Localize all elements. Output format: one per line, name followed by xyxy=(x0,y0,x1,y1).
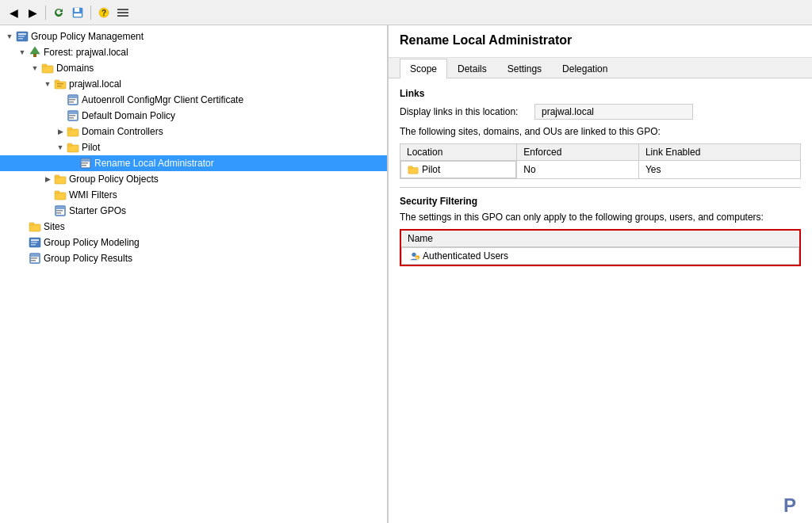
wmi-folder-icon xyxy=(54,189,67,201)
tree-item-sites[interactable]: Sites xyxy=(0,219,387,235)
help-button[interactable]: ? xyxy=(95,4,113,21)
svg-rect-41 xyxy=(56,207,64,209)
svg-rect-1 xyxy=(75,8,79,12)
gp-modeling-label: Group Policy Modeling xyxy=(44,237,140,248)
tab-settings[interactable]: Settings xyxy=(497,59,552,78)
expander-pilot[interactable]: ▼ xyxy=(54,141,67,154)
svg-rect-30 xyxy=(67,145,79,152)
svg-rect-18 xyxy=(57,83,63,85)
expander-prajwal[interactable]: ▼ xyxy=(41,78,54,90)
rename-admin-label: Rename Local Administrator xyxy=(94,158,214,169)
svg-rect-45 xyxy=(29,223,34,225)
wmi-filters-label: WMI Filters xyxy=(69,189,117,200)
security-row-auth-users[interactable]: ★ Authenticated Users xyxy=(400,247,800,266)
tree-item-rename-admin[interactable]: Rename Local Administrator xyxy=(0,155,387,171)
tree-item-domains[interactable]: ▼ Domains xyxy=(0,60,387,76)
right-title: Rename Local Administrator xyxy=(400,33,801,48)
tab-details[interactable]: Details xyxy=(447,59,497,78)
tree-item-autoenroll[interactable]: Autoenroll ConfigMgr Client Certificate xyxy=(0,92,387,108)
domains-folder-icon xyxy=(41,62,54,74)
scope-content: Links Display links in this location: pr… xyxy=(389,78,812,276)
auth-users-icon: ★ xyxy=(408,250,419,262)
links-cell-location: Pilot xyxy=(400,161,516,178)
save-icon xyxy=(71,6,84,19)
svg-rect-42 xyxy=(56,210,63,212)
svg-rect-44 xyxy=(29,224,40,231)
svg-rect-2 xyxy=(74,13,82,17)
svg-marker-12 xyxy=(30,47,40,54)
tree-item-starter-gpos[interactable]: Starter GPOs xyxy=(0,203,387,219)
save-button[interactable] xyxy=(69,4,86,21)
svg-rect-25 xyxy=(69,112,77,114)
tab-delegation[interactable]: Delegation xyxy=(552,59,618,78)
tree-item-domain-controllers[interactable]: ▶ Domain Controllers xyxy=(0,124,387,139)
tree-item-gp-results[interactable]: Group Policy Results xyxy=(0,250,387,266)
svg-rect-51 xyxy=(31,254,39,257)
watermark: P xyxy=(782,493,806,517)
security-section-title: Security Filtering xyxy=(400,196,801,207)
tree-item-prajwal-local[interactable]: ▼ prajwal.local xyxy=(0,76,387,92)
svg-rect-31 xyxy=(67,143,72,146)
gp-modeling-icon xyxy=(29,236,41,249)
svg-rect-38 xyxy=(55,193,66,200)
links-col-location: Location xyxy=(400,144,517,161)
security-info-text: The settings in this GPO can only apply … xyxy=(400,212,801,223)
domain-controllers-folder-icon xyxy=(67,125,79,138)
expander-domains[interactable]: ▼ xyxy=(29,62,41,74)
domain-icon xyxy=(54,78,67,90)
security-section: Security Filtering The settings in this … xyxy=(400,196,801,266)
svg-rect-9 xyxy=(18,33,26,35)
tree-item-forest[interactable]: ▼ Forest: prajwal.local xyxy=(0,44,387,60)
links-section-title: Links xyxy=(400,88,801,99)
tree-item-default-domain-policy[interactable]: Default Domain Policy xyxy=(0,108,387,124)
expander-gpm[interactable]: ▼ xyxy=(3,30,16,43)
display-links-value: prajwal.local xyxy=(534,104,693,120)
svg-rect-55 xyxy=(408,166,412,169)
svg-rect-21 xyxy=(69,96,77,98)
svg-rect-22 xyxy=(69,99,75,101)
svg-rect-16 xyxy=(55,82,66,89)
back-button[interactable]: ◀ xyxy=(5,4,22,21)
svg-rect-28 xyxy=(67,129,79,136)
gp-results-icon xyxy=(29,252,41,265)
default-domain-policy-icon xyxy=(67,109,79,122)
rename-admin-gpo-icon xyxy=(79,157,92,170)
links-info-text: The following sites, domains, and OUs ar… xyxy=(400,126,801,137)
tree-item-group-policy-objects[interactable]: ▶ Group Policy Objects xyxy=(0,171,387,187)
security-table: Name ★ Authe xyxy=(400,229,801,266)
refresh-button[interactable] xyxy=(50,4,67,21)
svg-rect-17 xyxy=(55,80,59,82)
svg-rect-54 xyxy=(408,167,418,174)
tree-item-gp-modeling[interactable]: Group Policy Modeling xyxy=(0,235,387,250)
starter-gpos-label: Starter GPOs xyxy=(69,205,126,216)
toolbar: ◀ ▶ ? xyxy=(0,0,812,25)
tree-item-wmi-filters[interactable]: WMI Filters xyxy=(0,187,387,203)
sites-folder-icon xyxy=(29,220,41,233)
svg-rect-11 xyxy=(18,38,23,40)
svg-rect-6 xyxy=(117,12,128,13)
tree-item-gpm-root[interactable]: ▼ Group Policy Management xyxy=(0,29,387,44)
sites-label: Sites xyxy=(44,221,65,232)
display-links-row: Display links in this location: prajwal.… xyxy=(400,104,801,120)
links-row-pilot[interactable]: Pilot No Yes xyxy=(400,161,801,179)
expander-dc[interactable]: ▶ xyxy=(54,125,67,138)
forward-button[interactable]: ▶ xyxy=(24,4,41,21)
svg-rect-47 xyxy=(31,239,39,241)
forest-label: Forest: prajwal.local xyxy=(44,47,128,58)
expander-gpo[interactable]: ▶ xyxy=(41,173,54,185)
gpo-folder-icon xyxy=(54,173,67,185)
right-header: Rename Local Administrator xyxy=(389,25,812,58)
svg-rect-35 xyxy=(82,165,86,166)
group-policy-objects-label: Group Policy Objects xyxy=(69,174,159,185)
view-button[interactable] xyxy=(114,4,132,21)
tree-item-pilot[interactable]: ▼ Pilot xyxy=(0,139,387,155)
expander-forest[interactable]: ▼ xyxy=(16,46,29,59)
svg-rect-23 xyxy=(69,101,74,103)
left-panel: ▼ Group Policy Management ▼ xyxy=(0,25,389,523)
svg-rect-19 xyxy=(57,86,62,87)
svg-rect-48 xyxy=(31,242,37,243)
tab-scope[interactable]: Scope xyxy=(400,59,447,78)
svg-rect-7 xyxy=(117,15,128,17)
tree-container: ▼ Group Policy Management ▼ xyxy=(0,25,387,269)
svg-text:P: P xyxy=(783,494,796,516)
